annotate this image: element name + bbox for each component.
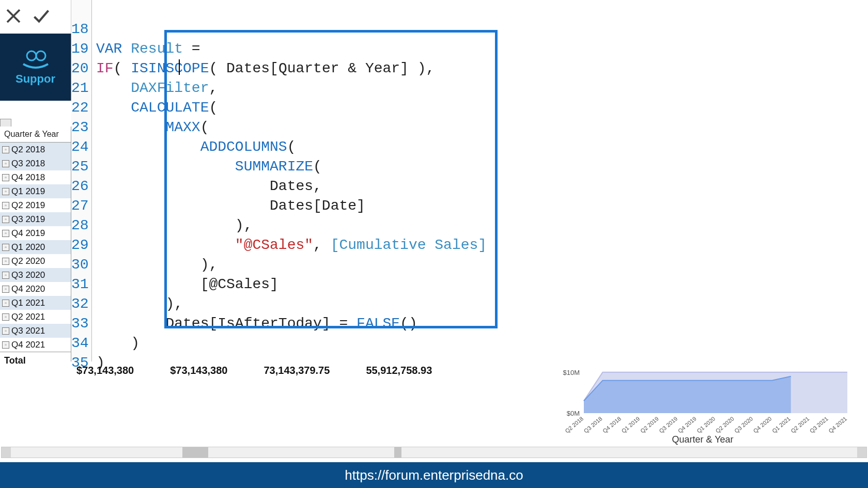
slicer-item-q3-2021[interactable]: ▫Q3 2021 [0,324,71,338]
code-line[interactable]: Dates, [96,177,868,196]
cancel-button[interactable] [4,7,23,27]
slicer-item-q2-2019[interactable]: ▫Q2 2019 [0,198,71,212]
slicer-item-q4-2020[interactable]: ▫Q4 2020 [0,282,71,296]
slicer-total-label: Total [0,352,71,369]
svg-text:Q4 2018: Q4 2018 [601,415,622,434]
code-line[interactable]: ADDCOLUMNS( [96,137,868,157]
code-line[interactable]: ), [96,294,868,314]
line-number: 21 [71,78,88,98]
slicer-item-label: Q3 2019 [11,214,45,225]
code-line[interactable]: ), [96,255,868,275]
line-number: 25 [71,157,88,177]
expand-icon[interactable]: ▫ [2,286,9,293]
footer-link[interactable]: https://forum.enterprisedna.co [345,467,523,483]
svg-text:Q2 2020: Q2 2020 [715,415,735,434]
expand-icon[interactable]: ▫ [2,258,9,265]
expand-icon[interactable]: ▫ [2,341,9,349]
slicer-item-label: Q3 2021 [11,326,45,336]
slicer-item-q4-2018[interactable]: ▫Q4 2018 [0,170,71,184]
code-line[interactable]: Dates[IsAfterToday] = FALSE() [96,314,868,334]
total-value-2: $73,143,380 [170,365,227,376]
expand-icon[interactable]: ▫ [2,327,9,335]
line-number: 30 [71,255,88,275]
expand-icon[interactable]: ▫ [2,216,9,223]
expand-icon[interactable]: ▫ [2,244,9,251]
svg-text:Q1 2021: Q1 2021 [771,415,792,434]
svg-text:Q4 2021: Q4 2021 [827,415,848,434]
svg-point-0 [27,51,36,60]
code-line[interactable] [96,0,868,20]
code-line[interactable]: Dates[Date] [96,196,868,216]
slicer-item-label: Q1 2020 [11,242,45,253]
line-number: 27 [71,196,88,216]
line-number: 20 [71,59,88,78]
text-cursor [179,59,180,75]
dax-editor[interactable]: 181920212223242526272829303132333435 VAR… [71,0,868,361]
total-value-3: 73,143,379.75 [264,365,330,376]
line-number: 34 [71,334,88,353]
code-line[interactable]: ) [96,334,868,353]
svg-text:$10M: $10M [563,369,580,376]
slicer-item-q1-2020[interactable]: ▫Q1 2020 [0,240,71,254]
scroll-right-grip[interactable] [857,447,866,458]
svg-text:Q2 2021: Q2 2021 [789,415,810,434]
slicer-item-q2-2018[interactable]: ▫Q2 2018 [0,143,71,156]
expand-icon[interactable]: ▫ [2,174,9,181]
code-area[interactable]: VAR Result =IF( ISINSCOPE( Dates[Quarter… [92,0,868,361]
chart-svg: $0M$10MQ2 2018Q3 2018Q4 2018Q1 2019Q2 20… [553,359,853,444]
slicer-item-q1-2019[interactable]: ▫Q1 2019 [0,184,71,198]
code-line[interactable]: VAR Result = [96,39,868,59]
expand-icon[interactable]: ▫ [2,272,9,279]
slicer-item-q4-2019[interactable]: ▫Q4 2019 [0,226,71,240]
code-line[interactable]: "@CSales", [Cumulative Sales] [96,235,868,255]
line-number: 31 [71,275,88,294]
expand-icon[interactable]: ▫ [2,300,9,307]
code-line[interactable]: DAXFilter, [96,78,868,98]
slicer-item-q4-2021[interactable]: ▫Q4 2021 [0,338,71,352]
code-line[interactable] [96,20,868,39]
cumulative-sales-chart: $0M$10MQ2 2018Q3 2018Q4 2018Q1 2019Q2 20… [553,359,853,444]
svg-point-1 [36,51,45,60]
line-number [71,0,88,20]
line-number: 32 [71,294,88,314]
expand-icon[interactable]: ▫ [2,230,9,237]
chart-x-axis-title: Quarter & Year [553,434,853,445]
line-number: 18 [71,20,88,39]
slicer-item-q3-2019[interactable]: ▫Q3 2019 [0,212,71,226]
code-line[interactable]: ), [96,216,868,235]
slicer-item-q3-2018[interactable]: ▫Q3 2018 [0,156,71,170]
expand-icon[interactable]: ▫ [2,313,9,321]
scroll-left-grip[interactable] [2,447,11,458]
expand-icon[interactable]: ▫ [2,202,9,209]
expand-icon[interactable]: ▫ [2,160,9,167]
slicer-item-q2-2021[interactable]: ▫Q2 2021 [0,310,71,324]
footer-bar: https://forum.enterprisedna.co [0,462,868,488]
slicer-item-q3-2020[interactable]: ▫Q3 2020 [0,268,71,282]
svg-text:Q3 2019: Q3 2019 [658,415,678,434]
total-value-1: $73,143,380 [76,365,134,376]
quarter-year-slicer: Quarter & Year ▫Q2 2018▫Q3 2018▫Q4 2018▫… [0,127,71,361]
line-gutter: 181920212223242526272829303132333435 [71,0,92,361]
totals-row: $73,143,380 $73,143,380 73,143,379.75 55… [71,363,465,378]
code-line[interactable]: MAXX( [96,118,868,137]
scroll-thumb-2[interactable] [394,447,401,458]
slicer-item-label: Q4 2020 [11,284,45,294]
expand-icon[interactable]: ▫ [2,188,9,195]
code-line[interactable]: CALCULATE( [96,98,868,118]
svg-text:Q2 2019: Q2 2019 [639,415,660,434]
commit-button[interactable] [32,7,51,27]
code-line[interactable]: [@CSales] [96,275,868,294]
svg-text:Q4 2019: Q4 2019 [677,415,698,434]
scroll-thumb[interactable] [182,447,208,458]
svg-text:Q1 2020: Q1 2020 [695,415,716,434]
code-line[interactable]: SUMMARIZE( [96,157,868,177]
horizontal-scrollbar[interactable] [1,447,867,458]
code-line[interactable]: IF( ISINSCOPE( Dates[Quarter & Year] ), [96,59,868,78]
slicer-item-q1-2021[interactable]: ▫Q1 2021 [0,296,71,310]
expand-icon[interactable]: ▫ [2,146,9,153]
brand-badge: Suppor [0,34,71,101]
svg-text:Q1 2019: Q1 2019 [621,415,641,434]
line-number: 26 [71,177,88,196]
slicer-item-label: Q4 2021 [11,340,45,350]
slicer-item-q2-2020[interactable]: ▫Q2 2020 [0,254,71,268]
